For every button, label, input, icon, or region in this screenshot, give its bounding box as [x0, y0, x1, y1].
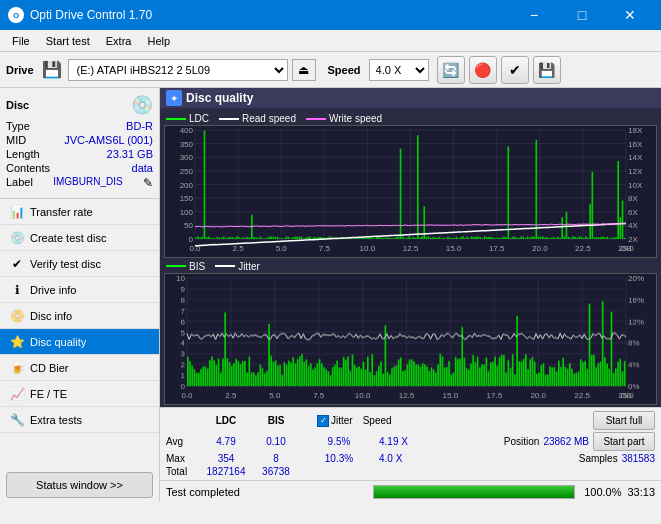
- verify-button[interactable]: ✔: [501, 56, 529, 84]
- drive-info-icon: ℹ: [8, 281, 26, 299]
- cd-bier-icon: 🍺: [8, 359, 26, 377]
- disc-type-label: Type: [6, 120, 30, 132]
- minimize-button[interactable]: −: [511, 0, 557, 30]
- disc-label-icon[interactable]: ✎: [143, 176, 153, 190]
- stats-max-jitter: 10.3%: [309, 453, 369, 464]
- legend-jitter: Jitter: [215, 261, 260, 272]
- title-bar: O Opti Drive Control 1.70 − □ ✕: [0, 0, 661, 30]
- disc-type-row: Type BD-R: [6, 120, 153, 132]
- menu-bar: File Start test Extra Help: [0, 30, 661, 52]
- legend-read-speed-color: [219, 118, 239, 120]
- bottom-chart: [164, 273, 657, 406]
- stats-position-row: Position 23862 MB Start part: [504, 432, 655, 451]
- window-controls: − □ ✕: [511, 0, 653, 30]
- sidebar-item-disc-quality[interactable]: ⭐ Disc quality: [0, 329, 159, 355]
- stats-total-label: Total: [166, 466, 201, 477]
- legend-read-speed-label: Read speed: [242, 113, 296, 124]
- status-window-button[interactable]: Status window >>: [6, 472, 153, 498]
- disc-label-label: Label: [6, 176, 33, 190]
- fe-te-icon: 📈: [8, 385, 26, 403]
- disc-contents-row: Contents data: [6, 162, 153, 174]
- bottom-chart-legend: BIS Jitter: [164, 260, 657, 273]
- stats-avg-jitter: 9.5%: [309, 436, 369, 447]
- stats-max-label: Max: [166, 453, 201, 464]
- legend-bis-label: BIS: [189, 261, 205, 272]
- disc-length-value: 23.31 GB: [107, 148, 153, 160]
- eject-button[interactable]: ⏏: [292, 59, 316, 81]
- disc-label-row: Label IMGBURN_DIS ✎: [6, 176, 153, 190]
- speed-select[interactable]: 4.0 X 1.0 X 2.0 X 8.0 X 16.0 X: [369, 59, 429, 81]
- stats-max-bis: 8: [251, 453, 301, 464]
- stats-header-bis: BIS: [251, 415, 301, 426]
- legend-ldc: LDC: [166, 113, 209, 124]
- sidebar-item-transfer-rate[interactable]: 📊 Transfer rate: [0, 199, 159, 225]
- start-part-button[interactable]: Start part: [593, 432, 655, 451]
- create-test-disc-icon: 💿: [8, 229, 26, 247]
- stats-samples-label: Samples: [579, 453, 618, 464]
- sidebar-item-create-test-disc[interactable]: 💿 Create test disc: [0, 225, 159, 251]
- transfer-rate-icon: 📊: [8, 203, 26, 221]
- chart-title-bar: ✦ Disc quality: [160, 88, 661, 108]
- disc-contents-label: Contents: [6, 162, 50, 174]
- save-button[interactable]: 💾: [533, 56, 561, 84]
- jitter-checkbox-container: ✓ Jitter: [317, 415, 353, 427]
- top-chart-canvas: [165, 126, 656, 257]
- bottom-chart-canvas: [165, 274, 656, 405]
- disc-mid-label: MID: [6, 134, 26, 146]
- menu-help[interactable]: Help: [139, 33, 178, 49]
- app-title: Opti Drive Control 1.70: [30, 8, 511, 22]
- sidebar-item-label-extra-tests: Extra tests: [30, 414, 82, 426]
- stats-header-row: LDC BIS ✓ Jitter Speed Start full: [166, 411, 655, 430]
- legend-jitter-label: Jitter: [238, 261, 260, 272]
- sidebar-item-label-disc-info: Disc info: [30, 310, 72, 322]
- stats-total-row: Total 1827164 36738: [166, 466, 655, 477]
- disc-length-row: Length 23.31 GB: [6, 148, 153, 160]
- stats-buttons: Start full: [593, 411, 655, 430]
- sidebar-item-label-fe-te: FE / TE: [30, 388, 67, 400]
- main-content: Disc 💿 Type BD-R MID JVC-AMS6L (001) Len…: [0, 88, 661, 502]
- maximize-button[interactable]: □: [559, 0, 605, 30]
- stats-bar: LDC BIS ✓ Jitter Speed Start full Avg 4.…: [160, 407, 661, 480]
- menu-start-test[interactable]: Start test: [38, 33, 98, 49]
- menu-file[interactable]: File: [4, 33, 38, 49]
- top-chart-container: LDC Read speed Write speed: [164, 112, 657, 258]
- jitter-checkbox[interactable]: ✓: [317, 415, 329, 427]
- legend-bis-color: [166, 265, 186, 267]
- progress-bar-track: [373, 485, 576, 499]
- sidebar-item-extra-tests[interactable]: 🔧 Extra tests: [0, 407, 159, 433]
- stats-samples-row: Samples 381583: [579, 453, 655, 464]
- drive-select[interactable]: (E:) ATAPI iHBS212 2 5L09: [68, 59, 288, 81]
- start-full-button[interactable]: Start full: [593, 411, 655, 430]
- stats-position-value: 23862 MB: [543, 436, 589, 447]
- legend-write-speed: Write speed: [306, 113, 382, 124]
- stats-position-label: Position: [504, 436, 540, 447]
- right-panel: ✦ Disc quality LDC Read speed: [160, 88, 661, 502]
- menu-extra[interactable]: Extra: [98, 33, 140, 49]
- legend-ldc-color: [166, 118, 186, 120]
- close-button[interactable]: ✕: [607, 0, 653, 30]
- legend-jitter-color: [215, 265, 235, 267]
- disc-quality-icon: ⭐: [8, 333, 26, 351]
- disc-mid-row: MID JVC-AMS6L (001): [6, 134, 153, 146]
- refresh-button[interactable]: 🔄: [437, 56, 465, 84]
- stats-max-speed: 4.0 X: [379, 453, 402, 464]
- time-display: 33:13: [627, 486, 655, 498]
- speed-label: Speed: [328, 64, 361, 76]
- stats-total-ldc: 1827164: [201, 466, 251, 477]
- stats-avg-ldc: 4.79: [201, 436, 251, 447]
- jitter-label: Jitter: [331, 415, 353, 426]
- burn-button[interactable]: 🔴: [469, 56, 497, 84]
- stats-avg-speed: 4.19 X: [379, 436, 408, 447]
- disc-contents-value: data: [132, 162, 153, 174]
- sidebar-item-disc-info[interactable]: 📀 Disc info: [0, 303, 159, 329]
- sidebar-item-label-drive-info: Drive info: [30, 284, 76, 296]
- sidebar-item-verify-test-disc[interactable]: ✔ Verify test disc: [0, 251, 159, 277]
- top-chart-legend: LDC Read speed Write speed: [164, 112, 657, 125]
- app-icon: O: [8, 7, 24, 23]
- stats-avg-bis: 0.10: [251, 436, 301, 447]
- sidebar-item-drive-info[interactable]: ℹ Drive info: [0, 277, 159, 303]
- sidebar-item-cd-bier[interactable]: 🍺 CD Bier: [0, 355, 159, 381]
- sidebar-item-fe-te[interactable]: 📈 FE / TE: [0, 381, 159, 407]
- drive-icon: 💾: [42, 60, 62, 79]
- legend-write-speed-label: Write speed: [329, 113, 382, 124]
